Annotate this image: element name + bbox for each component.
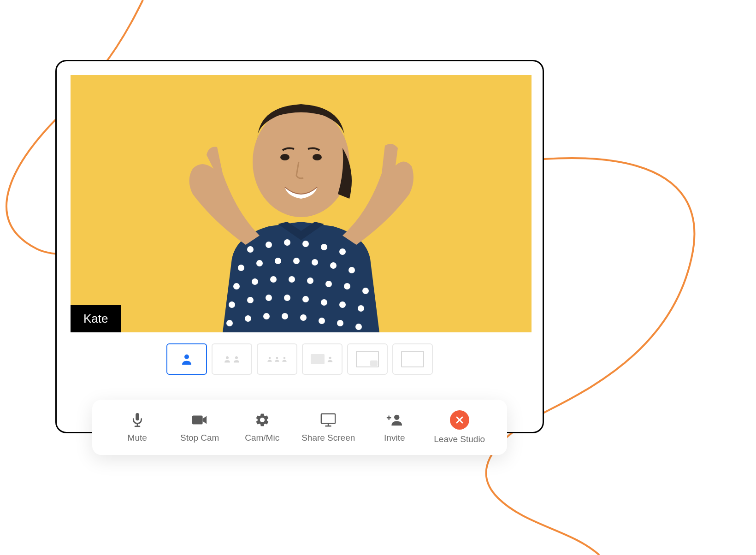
svg-point-7 [238,265,244,271]
svg-point-41 [226,356,229,359]
svg-point-0 [253,106,349,217]
svg-point-36 [337,320,343,326]
svg-point-42 [235,356,238,359]
svg-point-31 [245,315,251,322]
svg-point-43 [269,357,271,359]
svg-point-44 [276,357,278,359]
svg-point-38 [280,154,289,160]
svg-point-33 [282,313,288,319]
control-toolbar: Mute Stop Cam Cam/Mic [92,400,507,455]
svg-point-4 [302,241,309,247]
svg-point-23 [247,297,254,303]
svg-point-6 [339,248,346,255]
layout-option-single[interactable] [166,343,207,375]
cam-mic-button[interactable]: Cam/Mic [239,412,285,443]
person-icon [266,356,273,362]
svg-point-34 [300,314,307,321]
svg-point-32 [263,313,270,319]
close-icon [450,410,469,430]
svg-point-35 [319,318,325,324]
svg-point-26 [302,296,309,302]
share-screen-button[interactable]: Share Screen [301,412,355,443]
person-icon [281,356,288,362]
pip-icon [370,360,378,366]
svg-point-14 [233,283,240,289]
stop-cam-button[interactable]: Stop Cam [177,412,223,443]
svg-point-24 [266,295,272,301]
svg-point-54 [394,415,399,420]
video-feed: Kate [71,75,532,332]
svg-point-21 [362,288,369,294]
svg-point-22 [229,301,235,308]
svg-point-17 [289,276,295,283]
person-icon [223,355,231,363]
svg-point-46 [329,357,331,359]
invite-label: Invite [384,433,405,443]
svg-point-12 [330,262,337,269]
svg-point-5 [321,244,327,250]
svg-point-39 [313,154,322,160]
svg-point-29 [358,305,364,312]
svg-point-8 [256,260,263,266]
mute-label: Mute [128,433,147,443]
camera-icon [191,412,208,428]
svg-point-15 [252,278,258,285]
svg-point-18 [307,278,313,284]
stop-cam-label: Stop Cam [180,433,219,443]
share-screen-label: Share Screen [301,433,355,443]
person-icon [180,352,194,366]
layout-option-three[interactable] [257,343,297,375]
person-icon [232,355,241,363]
layout-option-screen-person[interactable] [302,343,343,375]
svg-point-9 [275,258,281,264]
svg-point-25 [284,295,290,301]
svg-point-37 [355,324,362,330]
svg-rect-50 [192,416,203,425]
person-icon [326,355,334,363]
svg-point-10 [293,258,300,264]
participant-name: Kate [83,312,108,325]
svg-rect-51 [321,414,335,424]
cam-mic-label: Cam/Mic [245,433,279,443]
layout-option-full[interactable] [392,343,433,375]
add-person-icon [386,412,403,428]
layout-option-two[interactable] [212,343,252,375]
leave-label: Leave Studio [434,434,485,444]
participant-video [71,75,532,332]
studio-window: Kate [55,60,544,433]
svg-point-3 [284,239,290,246]
invite-button[interactable]: Invite [372,412,418,443]
leave-studio-button[interactable]: Leave Studio [434,410,485,444]
microphone-icon [129,412,146,428]
gear-icon [254,412,271,428]
svg-point-11 [312,259,318,266]
svg-point-19 [325,281,332,287]
svg-point-40 [184,354,189,359]
svg-point-30 [226,320,233,326]
screen-icon [311,354,325,364]
screen-icon [401,351,424,367]
person-silhouette [140,102,462,332]
svg-point-16 [270,276,277,283]
svg-point-20 [344,283,350,289]
svg-point-27 [321,299,327,306]
svg-point-13 [348,267,355,273]
person-icon [274,356,280,362]
layout-option-pip[interactable] [347,343,388,375]
participant-name-badge: Kate [71,305,121,332]
monitor-icon [320,412,337,428]
svg-point-1 [247,246,254,253]
mute-button[interactable]: Mute [114,412,160,443]
svg-point-28 [339,301,346,308]
svg-rect-47 [136,413,139,420]
layout-selector [166,343,433,375]
svg-point-2 [266,242,272,248]
svg-point-45 [284,357,286,359]
